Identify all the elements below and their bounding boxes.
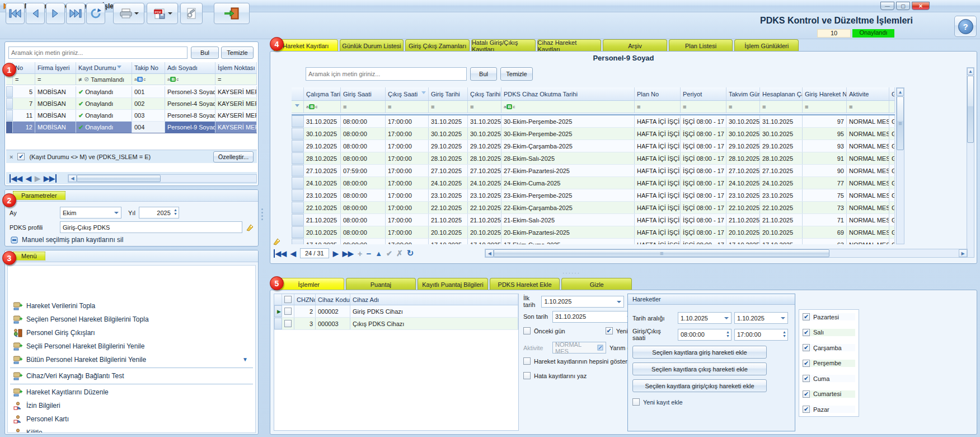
menu-item-connection-test[interactable]: Cihaz/Veri Kaynağı Bağlantı Test <box>8 369 255 383</box>
refresh-button[interactable] <box>86 3 105 24</box>
personnel-search-input[interactable] <box>8 47 187 59</box>
add-exit-button[interactable]: Seçilen kayıtlara çıkış hareketi ekle <box>632 362 767 375</box>
horizontal-splitter[interactable]: ······ <box>562 270 580 276</box>
weekday-item[interactable]: ✔ Cumartesi <box>803 390 855 398</box>
col-takip-no[interactable]: Takip No <box>132 62 165 73</box>
delete-row-button[interactable]: − <box>366 249 371 258</box>
prev-day-checkbox[interactable] <box>523 327 531 334</box>
menu-scroll-down-icon[interactable]: ▼ <box>242 356 248 362</box>
weekday-item[interactable]: ✔ Pazar <box>803 406 855 413</box>
panel-vscrollbar[interactable]: ▲ <box>967 67 974 258</box>
filter-abc[interactable]: aBc <box>165 74 215 85</box>
col-cikis-saati[interactable]: Çıkış Saati <box>386 87 429 100</box>
write-errors-checkbox[interactable] <box>523 372 531 379</box>
tab-cihaz-hareket-kayitlari[interactable]: Cihaz Hareket Kayıtları <box>537 39 602 52</box>
year-spinner[interactable]: 2025▲▼ <box>139 207 179 218</box>
col-islem-noktasi[interactable]: İşlem Noktası <box>215 62 257 73</box>
col-cihaz-kodu[interactable]: Cihaz Kodu <box>316 294 350 305</box>
tab-gunluk-durum-listesi[interactable]: Günlük Durum Listesi <box>340 39 404 52</box>
record-row[interactable]: 17.10.2025 08:00:00 17:00:00 17.10.2025 … <box>292 239 895 244</box>
parameters-header[interactable]: Parametreler <box>5 190 258 202</box>
menu-item-lock[interactable]: Kilitle <box>8 426 255 433</box>
remove-filter-icon[interactable]: × <box>10 154 13 160</box>
first-date-combo[interactable]: 1.10.2025 <box>541 296 624 308</box>
tab-hatali-giris-cikis[interactable]: Hatalı Giriş/Çıkış Kayıtları <box>471 39 536 52</box>
tab-giris-cikis-zamanlari[interactable]: Giriş Çıkış Zamanları <box>405 39 470 52</box>
personnel-row[interactable]: 5 MOBİSAN ✔Onaylandı 001 Personel-3 Soya… <box>6 86 257 98</box>
personnel-clear-button[interactable]: Temizle <box>221 47 254 59</box>
menu-item-refresh-all[interactable]: Bütün Personel Hareket Bilgilerini Yenil… <box>8 353 255 366</box>
last-date-combo[interactable]: 31.10.2025 <box>552 311 634 323</box>
show-all-checkbox[interactable] <box>523 357 531 365</box>
filter-funnel-icon[interactable] <box>117 66 121 71</box>
menu-item-refresh-selected[interactable]: Seçili Personel Hareket Bilgilerini Yeni… <box>8 340 255 353</box>
personnel-filter-row[interactable]: = = ≠⊘Tamamlandı aBc aBc = <box>6 74 257 85</box>
col-kayit-durumu[interactable]: Kayıt Durumu <box>76 62 132 73</box>
weekday-checkbox[interactable]: ✔ <box>803 406 810 413</box>
edit-row-button[interactable]: ▲ <box>375 249 382 258</box>
weekday-checkbox[interactable]: ✔ <box>803 313 810 320</box>
tab-arsiv[interactable]: Arşiv <box>603 39 667 52</box>
filter-kayit[interactable]: ≠⊘Tamamlandı <box>76 74 132 85</box>
pager-next-button[interactable]: ▶ <box>35 174 40 183</box>
personnel-row-selected[interactable]: 12 MOBİSAN ✔Onaylandı 004 Personel-9 Soy… <box>6 122 257 133</box>
recalc-checkbox[interactable]: ✔ <box>606 327 613 334</box>
record-row[interactable]: 20.10.2025 08:00:00 17:00:00 20.10.2025 … <box>292 226 895 239</box>
col-giris-hareket-no[interactable]: Giriş Hareket No <box>803 87 847 100</box>
customize-filter-button[interactable]: Özelleştir... <box>213 151 254 162</box>
weekday-item[interactable]: ✔ Çarşamba <box>803 344 855 351</box>
col-okutma-tarihi[interactable]: PDKS Cihaz Okutma Tarihi <box>501 87 635 100</box>
records-vscrollbar[interactable]: ▲ ≡ <box>896 87 904 244</box>
refresh-grid-button[interactable]: ↻ <box>407 248 414 258</box>
month-combo[interactable]: Ekim <box>60 207 121 218</box>
pager-next-button[interactable]: ▶ <box>333 249 339 258</box>
record-row[interactable]: 28.10.2025 08:00:00 17:00:00 28.10.2025 … <box>292 152 895 165</box>
cancel-edit-button[interactable]: ✗ <box>396 249 403 258</box>
help-button[interactable]: ? <box>954 16 977 37</box>
record-row[interactable]: 29.10.2025 08:00:00 17:00:00 29.10.2025 … <box>292 140 895 152</box>
pdf-dropdown-arrow[interactable] <box>168 12 172 17</box>
col-aktivite[interactable]: Aktivite <box>847 87 889 100</box>
personnel-find-button[interactable]: Bul <box>191 47 219 59</box>
tab-islem-gunlukleri[interactable]: İşlem Günlükleri <box>734 39 799 52</box>
weekday-checkbox[interactable]: ✔ <box>803 390 810 398</box>
add-entry-button[interactable]: Seçilen kayıtlara giriş hareketi ekle <box>632 346 767 359</box>
records-filter-row[interactable]: aBc = = = = aBc = = = = = = <box>292 101 895 113</box>
col-cihaz-adi[interactable]: Cihaz Adı <box>350 294 518 305</box>
minimize-button[interactable]: — <box>880 2 894 10</box>
menu-item-edit-records[interactable]: Hareket Kayıtlarını Düzenle <box>8 385 255 399</box>
preview-button[interactable] <box>180 3 203 24</box>
weekday-item[interactable]: ✔ Perşembe <box>803 360 855 367</box>
pager-last-button[interactable]: ▶▶​ <box>44 174 57 183</box>
profile-tag-icon[interactable] <box>246 224 254 231</box>
col-cut[interactable]: G <box>889 87 895 100</box>
filter-enabled-checkbox[interactable]: ✔ <box>17 153 25 160</box>
maximize-button[interactable]: ▢ <box>896 2 910 10</box>
nav-first-button[interactable] <box>6 3 25 24</box>
record-row[interactable]: 31.10.2025 08:00:00 17:00:00 31.10.2025 … <box>292 115 895 128</box>
activity-input[interactable]: NORMAL MES <box>552 342 606 354</box>
menu-header[interactable]: Menü <box>5 250 258 262</box>
device-row[interactable]: ▶ 2 000002 Giriş PDKS Cihazı <box>274 305 518 318</box>
weekday-item[interactable]: ✔ Salı <box>803 329 855 336</box>
time-in-spinner[interactable]: 08:00:00▲▼ <box>678 329 732 341</box>
exit-button[interactable] <box>214 3 250 24</box>
col-chzno[interactable]: CHZNo <box>294 294 316 305</box>
col-plan-no[interactable]: Plan No <box>635 87 681 100</box>
col-giris-saati[interactable]: Giriş Saati <box>341 87 386 100</box>
tab-puantaj[interactable]: Puantaj <box>346 278 416 290</box>
col-hesaplanan[interactable]: Hesaplanan Çalışm <box>760 87 803 100</box>
col-cikis-tarihi[interactable]: Çıkış Tarihi <box>468 87 501 100</box>
nav-last-button[interactable] <box>66 3 85 24</box>
records-find-button[interactable]: Bul <box>470 67 497 81</box>
record-row[interactable]: 23.10.2025 08:00:00 17:00:00 23.10.2025 … <box>292 189 895 202</box>
device-checkbox[interactable] <box>284 308 292 315</box>
menu-item-leave-info[interactable]: İzin Bilgileri <box>8 399 255 412</box>
time-out-spinner[interactable]: 17:00:00▲▼ <box>734 329 788 341</box>
menu-item-collect-selected[interactable]: Seçilen Personel Hareket Bilgilerini Top… <box>8 313 255 326</box>
nav-next-button[interactable] <box>46 3 65 24</box>
vertical-splitter[interactable] <box>261 208 263 227</box>
weekday-checkbox[interactable]: ✔ <box>803 344 810 351</box>
pager-last-button[interactable]: ▶▶ <box>343 249 354 258</box>
tab-plan-listesi[interactable]: Plan Listesi <box>669 39 733 52</box>
